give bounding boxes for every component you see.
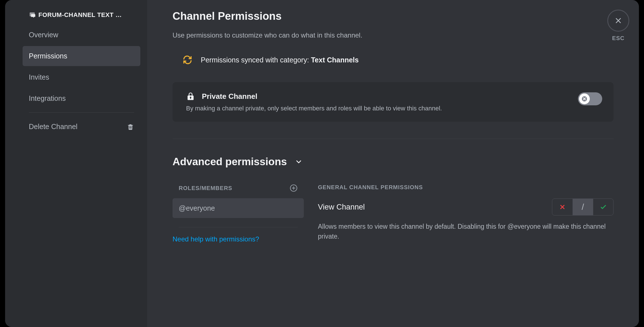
permission-name: View Channel [318,203,365,212]
section-divider [173,139,614,139]
settings-window: FORUM-CHANNEL TEXT … Overview Permission… [5,0,639,327]
private-channel-title-row: Private Channel [186,92,442,101]
slash-icon: / [582,202,584,212]
sidebar-item-overview[interactable]: Overview [23,25,140,45]
settings-main: ESC Channel Permissions Use permissions … [147,0,639,327]
permissions-column: GENERAL CHANNEL PERMISSIONS View Channel [318,184,614,243]
close-stack: ESC [607,10,629,42]
settings-sidebar: FORUM-CHANNEL TEXT … Overview Permission… [5,0,147,327]
sync-text: Permissions synced with category: Text C… [201,56,359,64]
page-title: Channel Permissions [173,10,614,22]
private-channel-desc: By making a channel private, only select… [186,105,442,112]
sidebar-item-integrations[interactable]: Integrations [23,88,140,108]
sync-icon [183,55,192,65]
permission-deny-button[interactable] [552,199,573,215]
advanced-permissions-title: Advanced permissions [173,156,287,168]
toggle-thumb [579,93,590,104]
private-channel-card: Private Channel By making a channel priv… [173,82,614,122]
role-item-everyone[interactable]: @everyone [173,198,304,218]
toggle-off-icon [581,96,588,102]
permissions-help-link[interactable]: Need help with permissions? [173,235,304,243]
lock-icon [186,92,195,101]
card-left: Private Channel By making a channel priv… [186,92,442,112]
trash-icon [127,123,134,130]
forum-channel-icon [29,12,36,18]
general-permissions-label: GENERAL CHANNEL PERMISSIONS [318,184,614,191]
page-subtitle: Use permissions to customize who can do … [173,31,614,39]
close-icon [614,16,623,25]
close-button[interactable] [607,10,629,32]
sync-category: Text Channels [311,56,359,64]
check-icon [600,203,607,211]
esc-label: ESC [612,35,625,42]
sidebar-delete-channel[interactable]: Delete Channel [23,117,140,137]
permission-tri-toggle: / [552,199,614,215]
sidebar-item-label: Overview [29,31,58,39]
permission-allow-button[interactable] [593,199,613,215]
permission-row-view-channel: View Channel / [318,199,614,215]
roles-members-label: ROLES/MEMBERS [179,185,232,191]
advanced-two-col: ROLES/MEMBERS @everyone Need help [173,184,614,243]
private-channel-toggle[interactable] [578,92,602,105]
sidebar-item-permissions[interactable]: Permissions [23,46,140,66]
chevron-down-icon [295,158,303,166]
permission-desc: Allows members to view this channel by d… [318,222,614,241]
x-icon [559,204,566,210]
sidebar-item-label: Permissions [29,52,67,60]
sidebar-item-invites[interactable]: Invites [23,67,140,87]
role-item-label: @everyone [179,204,215,212]
roles-divider [179,227,298,227]
plus-circle-icon [290,184,298,192]
advanced-permissions-header[interactable]: Advanced permissions [173,156,614,168]
sidebar-header: FORUM-CHANNEL TEXT … [23,11,140,19]
sync-prefix: Permissions synced with category: [201,56,311,64]
permissions-sync-row: Permissions synced with category: Text C… [173,55,614,65]
add-role-button[interactable] [290,184,298,192]
private-channel-title: Private Channel [202,92,257,101]
sidebar-item-label: Invites [29,73,49,81]
roles-header-row: ROLES/MEMBERS [173,184,304,192]
permission-neutral-button[interactable]: / [573,199,593,215]
sidebar-delete-label: Delete Channel [29,123,77,131]
sidebar-divider [29,112,134,113]
sidebar-item-label: Integrations [29,94,66,103]
sidebar-header-label: FORUM-CHANNEL TEXT … [38,11,122,19]
roles-column: ROLES/MEMBERS @everyone Need help [173,184,304,243]
